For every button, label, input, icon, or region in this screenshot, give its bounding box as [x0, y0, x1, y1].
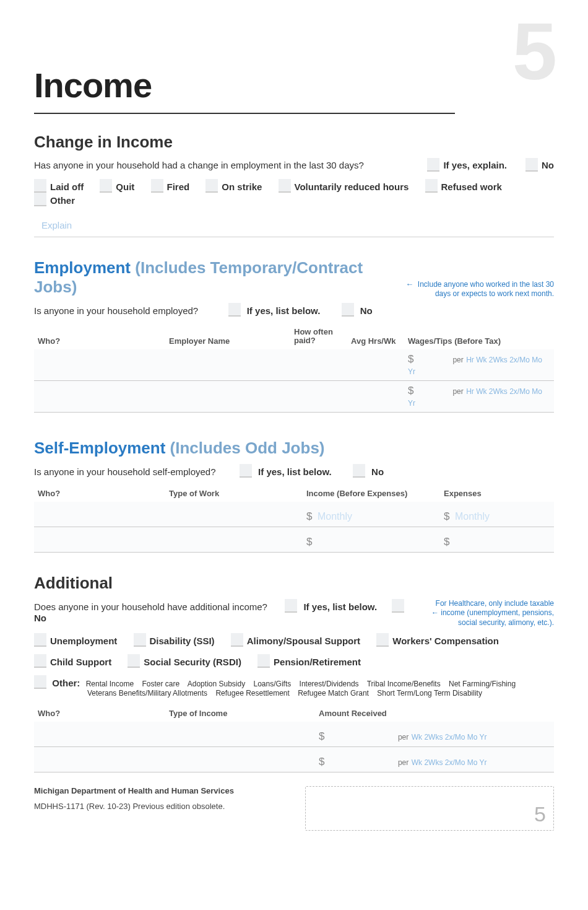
change-ifyes-checkbox[interactable] — [427, 158, 439, 172]
change-no-label: No — [542, 160, 554, 170]
col-avghrs: Avg Hrs/Wk — [347, 324, 404, 349]
se-row2-income[interactable]: $ — [303, 527, 440, 552]
col-wages: Wages/Tips (Before Tax) — [404, 324, 554, 349]
explain-input[interactable]: Explain — [34, 214, 554, 237]
add-workers-label: Workers' Compensation — [392, 636, 499, 646]
selfemp-no-checkbox[interactable] — [353, 464, 365, 478]
arrow-left-icon: ← — [405, 279, 413, 289]
ad-row1-who[interactable] — [34, 722, 165, 747]
change-no-checkbox[interactable] — [525, 158, 538, 172]
ad-row2-who[interactable] — [34, 746, 165, 772]
se-row1-who[interactable] — [34, 502, 165, 527]
se-row2-who[interactable] — [34, 527, 165, 552]
additional-ifyes-label: If yes, list below. — [303, 602, 377, 612]
ad-row1-type[interactable] — [165, 722, 315, 747]
add-rsdi-checkbox[interactable] — [128, 654, 140, 668]
col-who: Who? — [34, 324, 165, 349]
emp-row2-wages[interactable]: $ per Hr Wk 2Wks 2x/Mo Mo Yr — [404, 380, 554, 412]
section-employment-heading: Employment (Includes Temporary/Contract … — [34, 258, 405, 297]
section-change-heading: Change in Income — [34, 133, 554, 152]
emp-row2-howoften[interactable] — [290, 380, 347, 412]
opt-vrh-label: Voluntarily reduced hours — [295, 182, 409, 192]
change-ifyes-label: If yes, explain. — [443, 160, 507, 170]
col-employer: Employer Name — [165, 324, 290, 349]
selfemp-no-label: No — [371, 466, 384, 477]
additional-no-label: No — [34, 613, 46, 623]
background-page-number: 5 — [512, 11, 557, 92]
opt-other-label: Other — [50, 195, 75, 206]
emp-row1-employer[interactable] — [165, 349, 290, 381]
add-rsdi-label: Social Security (RSDI) — [144, 657, 241, 667]
footer-pagebox: 5 — [305, 786, 554, 831]
employment-no-checkbox[interactable] — [342, 303, 354, 317]
add-other-label: Other: — [52, 678, 80, 688]
add-workers-checkbox[interactable] — [376, 633, 389, 647]
add-childsupport-checkbox[interactable] — [34, 654, 46, 668]
ad-row2-type[interactable] — [165, 746, 315, 772]
add-unemployment-label: Unemployment — [50, 636, 117, 646]
opt-other-checkbox[interactable] — [34, 193, 46, 206]
section-additional-heading: Additional — [34, 574, 554, 593]
employment-table: Who? Employer Name How oftenpaid? Avg Hr… — [34, 324, 554, 413]
selfemp-table: Who? Type of Work Income (Before Expense… — [34, 485, 554, 553]
opt-quit-checkbox[interactable] — [100, 179, 112, 193]
se-row2-type[interactable] — [165, 527, 303, 552]
ad-row1-amount[interactable]: $ per Wk 2Wks 2x/Mo Mo Yr — [315, 722, 554, 747]
add-pension-checkbox[interactable] — [257, 654, 270, 668]
arrow-left-icon: ← — [431, 608, 439, 617]
emp-row1-wages[interactable]: $ per Hr Wk 2Wks 2x/Mo Mo Yr — [404, 349, 554, 381]
se-row1-income[interactable]: $ Monthly — [303, 502, 440, 527]
ad-col-amount: Amount Received — [315, 705, 554, 722]
ad-col-who: Who? — [34, 705, 165, 722]
change-question: Has anyone in your household had a chang… — [34, 160, 427, 170]
add-childsupport-label: Child Support — [50, 657, 111, 667]
se-col-who: Who? — [34, 485, 165, 502]
add-other-checkbox[interactable] — [34, 675, 46, 689]
additional-no-checkbox[interactable] — [392, 599, 404, 613]
emp-row2-employer[interactable] — [165, 380, 290, 412]
se-col-expenses: Expenses — [440, 485, 554, 502]
other-line2: Veterans Benefits/Military Allotments Re… — [87, 689, 488, 698]
employment-ifyes-checkbox[interactable] — [228, 303, 241, 317]
footer-dept: Michigan Department of Health and Human … — [34, 786, 305, 795]
opt-fired-label: Fired — [167, 182, 190, 192]
opt-fired-checkbox[interactable] — [151, 179, 163, 193]
emp-row1-avg[interactable] — [347, 349, 404, 381]
additional-table: Who? Type of Income Amount Received $ pe… — [34, 705, 554, 772]
ad-col-type: Type of Income — [165, 705, 315, 722]
se-col-income: Income (Before Expenses) — [303, 485, 440, 502]
opt-onstrike-label: On strike — [222, 182, 262, 192]
additional-ifyes-checkbox[interactable] — [285, 599, 297, 613]
opt-laidoff-label: Laid off — [50, 182, 84, 192]
add-pension-label: Pension/Retirement — [274, 657, 361, 667]
add-alimony-checkbox[interactable] — [231, 633, 243, 647]
opt-onstrike-checkbox[interactable] — [205, 179, 218, 193]
additional-question: Does anyone in your household have addit… — [34, 602, 267, 612]
emp-row1-who[interactable] — [34, 349, 165, 381]
selfemp-ifyes-checkbox[interactable] — [240, 464, 252, 478]
add-ssi-label: Disability (SSI) — [150, 636, 215, 646]
employment-no-label: No — [360, 305, 373, 316]
footer-page-number: 5 — [534, 802, 546, 826]
opt-refused-label: Refused work — [441, 182, 502, 192]
footer-rev: MDHHS-1171 (Rev. 10-23) Previous edition… — [34, 802, 305, 811]
opt-vrh-checkbox[interactable] — [279, 179, 291, 193]
emp-row2-who[interactable] — [34, 380, 165, 412]
employment-question: Is anyone in your household employed? — [34, 305, 198, 316]
emp-row1-howoften[interactable] — [290, 349, 347, 381]
opt-quit-label: Quit — [116, 182, 134, 192]
title-rule — [34, 113, 455, 114]
se-row1-type[interactable] — [165, 502, 303, 527]
se-row1-expenses[interactable]: $ Monthly — [440, 502, 554, 527]
opt-refused-checkbox[interactable] — [425, 179, 438, 193]
se-row2-expenses[interactable]: $ — [440, 527, 554, 552]
ad-row2-amount[interactable]: $ per Wk 2Wks 2x/Mo Mo Yr — [315, 746, 554, 772]
add-alimony-label: Alimony/Spousal Support — [247, 636, 360, 646]
opt-laidoff-checkbox[interactable] — [34, 179, 46, 193]
selfemp-question: Is anyone in your household self-employe… — [34, 466, 216, 477]
add-ssi-checkbox[interactable] — [134, 633, 146, 647]
add-unemployment-checkbox[interactable] — [34, 633, 46, 647]
section-selfemp-heading: Self-Employment (Includes Odd Jobs) — [34, 439, 554, 458]
emp-row2-avg[interactable] — [347, 380, 404, 412]
se-col-type: Type of Work — [165, 485, 303, 502]
